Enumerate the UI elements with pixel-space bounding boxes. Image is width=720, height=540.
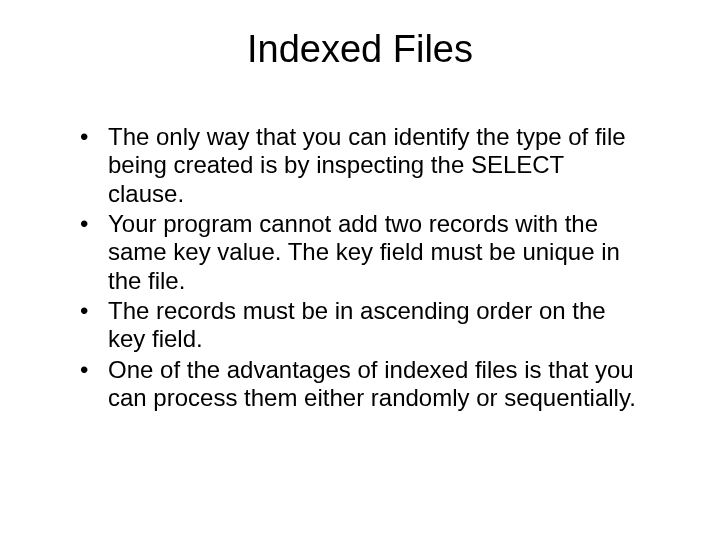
bullet-list: The only way that you can identify the t…	[60, 123, 660, 412]
list-item: The only way that you can identify the t…	[80, 123, 640, 208]
list-item: One of the advantages of indexed files i…	[80, 356, 640, 413]
slide-title: Indexed Files	[60, 28, 660, 71]
list-item: Your program cannot add two records with…	[80, 210, 640, 295]
slide: Indexed Files The only way that you can …	[0, 0, 720, 540]
list-item: The records must be in ascending order o…	[80, 297, 640, 354]
